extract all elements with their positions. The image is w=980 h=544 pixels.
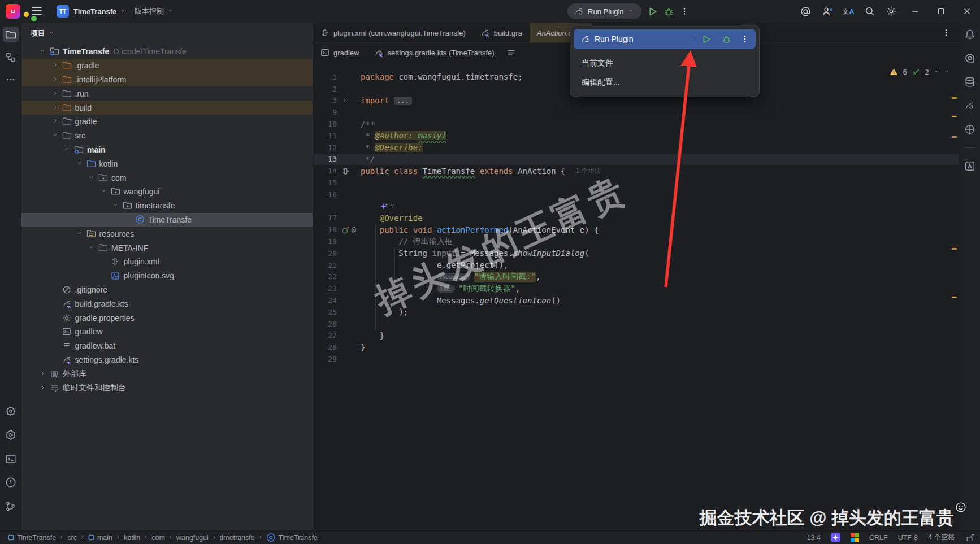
popup-item-run-plugin[interactable]: Run Plugin [574,29,756,49]
chevron-right-icon[interactable] [50,105,61,111]
tree-row[interactable]: TimeTransfeD:\code\TimeTransfe [21,45,313,59]
tree-row[interactable]: settings.gradle.kts [21,353,313,367]
code-line[interactable]: 18@public void actionPerformed(AnActionE… [313,224,959,236]
more-actions-button[interactable] [680,7,689,16]
tree-row[interactable]: build.gradle.kts [21,297,313,311]
tab-list-icon[interactable] [506,48,516,58]
window-minimize-button[interactable] [902,0,928,23]
warning-stripe-mark[interactable] [952,97,957,99]
caret-position[interactable]: 13:4 [807,534,821,542]
encoding-widget[interactable]: UTF-8 [898,534,918,542]
tree-row[interactable]: src [21,129,313,143]
breadcrumb-item[interactable]: TimeTransfe [266,533,318,542]
build-toolwindow-button[interactable] [3,403,19,419]
tree-row[interactable]: timetransfe [21,199,313,213]
chevron-down-icon[interactable] [110,202,122,209]
code-line[interactable] [313,201,959,212]
notifications-button[interactable] [962,27,978,42]
code-editor[interactable]: 1package com.wangfugui.timetransfe;23imp… [313,62,959,531]
run-button[interactable] [647,6,658,17]
popup-debug-button[interactable] [718,34,734,45]
vcs-widget[interactable]: 版本控制 [135,0,174,23]
tree-row[interactable]: .gitignore [21,283,313,297]
code-line[interactable]: 21e.getProject(), [313,259,959,271]
code-line[interactable]: 23title:"时间戳转换器", [313,282,959,294]
breadcrumb-item[interactable]: wangfugui [176,534,209,542]
warning-stripe-mark[interactable] [952,297,957,298]
chevron-down-icon[interactable] [98,188,110,195]
ai-assistant-button[interactable] [795,0,816,23]
breadcrumb-item[interactable]: TimeTransfe [8,534,56,542]
tree-row[interactable]: .gradle [21,59,313,73]
code-line[interactable]: 12 * @Describe: [313,142,959,154]
inspection-widget[interactable]: 6 2 [889,68,951,76]
code-line[interactable]: 29 [313,353,959,365]
tree-row[interactable]: gradle [21,115,313,129]
chevron-down-icon[interactable] [74,230,85,237]
code-line[interactable]: 13 */ [313,154,959,166]
services-toolwindow-button[interactable] [3,427,19,443]
readonly-lock-icon[interactable] [965,533,974,542]
code-line[interactable]: 9 [313,106,959,118]
chevron-down-icon[interactable] [50,132,61,139]
git-toolwindow-button[interactable] [3,498,19,514]
breadcrumb-item[interactable]: timetransfe [220,534,255,542]
translate-button[interactable]: 文A [838,0,859,23]
database-toolwindow-button[interactable] [962,74,978,90]
indent-widget[interactable]: 4 个空格 [928,533,955,542]
window-maximize-button[interactable] [928,0,954,23]
editor-tab[interactable]: plugin.xml (com.wangfugui.TimeTransfe) [313,23,473,42]
debug-button[interactable] [664,6,674,17]
chevron-right-icon[interactable] [50,76,61,83]
breadcrumb-item[interactable]: main [88,534,112,542]
ai-chat-toolwindow-button[interactable] [962,50,978,66]
tree-row[interactable]: 临时文件和控制台 [21,381,313,395]
editor-tab[interactable]: gradlew [313,43,367,62]
code-line[interactable]: 24Messages.getQuestionIcon() [313,294,959,306]
window-close-button[interactable] [954,0,980,23]
chevron-right-icon[interactable] [50,62,61,69]
tree-row[interactable]: build [21,101,313,115]
tab-more-icon[interactable] [942,28,951,37]
warning-stripe-mark[interactable] [952,136,957,138]
run-config-selector[interactable]: Run Plugin [567,3,641,19]
problems-toolwindow-button[interactable] [3,475,19,490]
code-line[interactable]: 17@Override [313,212,959,224]
tree-row[interactable]: wangfugui [21,185,313,199]
project-panel-header[interactable]: 项目 [21,23,313,43]
tree-row[interactable]: META-INF [21,241,313,255]
commit-toolwindow-button[interactable] [3,49,19,65]
popup-item-edit-configurations[interactable]: 编辑配置... [574,73,756,92]
code-line[interactable]: 22message:"请输入时间戳:", [313,271,959,283]
tree-row[interactable]: .run [21,86,313,101]
tree-row[interactable]: kotlin [21,156,313,171]
terminal-toolwindow-button[interactable] [3,451,19,467]
chevron-down-icon[interactable] [62,146,73,153]
code-line[interactable]: 25); [313,306,959,318]
chevron-right-icon[interactable] [50,118,61,125]
project-avatar[interactable]: TT [57,5,69,18]
popup-item-current-file[interactable]: 当前文件 [574,54,756,73]
chevron-down-icon[interactable] [37,48,49,55]
chevron-right-icon[interactable] [37,385,49,391]
warning-stripe-mark[interactable] [952,116,957,117]
popup-run-button[interactable] [698,34,714,45]
tree-row[interactable]: resources [21,227,313,241]
gradle-toolwindow-button[interactable] [962,98,978,114]
code-line[interactable]: 14public class TimeTransfe extends AnAct… [313,165,959,177]
tree-row[interactable]: pluginIcon.svg [21,269,313,283]
code-line[interactable]: 16 [313,189,959,201]
breadcrumb-item[interactable]: src [67,534,77,542]
chevron-right-icon[interactable] [50,90,61,97]
tree-row[interactable]: TimeTransfe [21,213,313,227]
tree-row[interactable]: gradlew.bat [21,339,313,353]
chevron-down-icon[interactable] [86,245,97,251]
ai-sparkle-icon[interactable] [380,202,388,211]
more-toolwindows-button[interactable] [3,72,19,88]
chevron-down-icon[interactable] [74,160,85,167]
tree-row[interactable]: 外部库 [21,367,313,381]
code-line[interactable]: 26 [313,318,959,330]
chevron-down-icon[interactable] [389,203,396,210]
code-line[interactable]: 20String input = Messages.showInputDialo… [313,247,959,259]
chevron-down-icon[interactable] [86,175,97,181]
